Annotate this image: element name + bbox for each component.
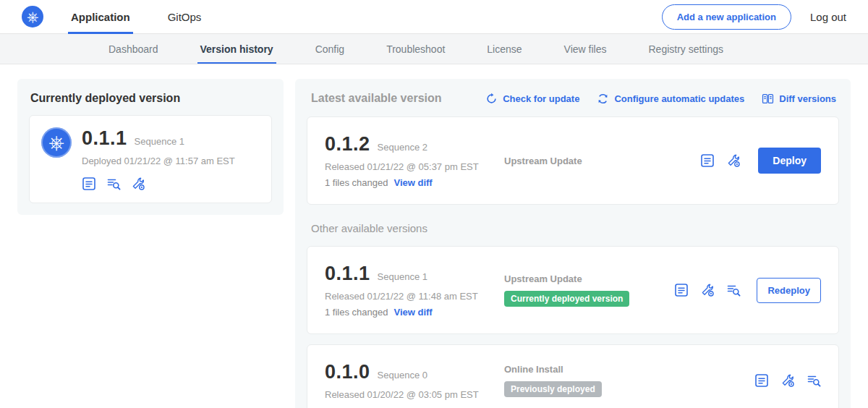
configure-updates-link[interactable]: Configure automatic updates	[597, 93, 744, 105]
deployed-sequence-label: Sequence 1	[135, 136, 184, 147]
logout-link[interactable]: Log out	[810, 11, 846, 23]
top-bar: ⎈ Application GitOps Add a new applicati…	[0, 0, 868, 34]
app-kubernetes-icon: ⎈	[41, 127, 72, 158]
version-info: 0.1.1 Sequence 1 Released 01/21/22 @ 11:…	[325, 263, 504, 318]
tab-application-label: Application	[71, 11, 130, 23]
previously-deployed-badge: Previously deployed	[504, 381, 602, 397]
version-actions: Redeploy	[674, 278, 821, 303]
version-source: Upstream Update Currently deployed versi…	[504, 273, 674, 307]
subnav-item-license[interactable]: License	[487, 34, 522, 64]
tab-gitops-label: GitOps	[168, 11, 202, 23]
diff-icon[interactable]	[807, 373, 821, 388]
view-diff-link[interactable]: View diff	[393, 307, 432, 318]
version-actions	[754, 373, 821, 388]
view-diff-link[interactable]: View diff	[393, 177, 432, 188]
version-number: 0.1.0	[325, 361, 370, 383]
currently-deployed-badge: Currently deployed version	[504, 291, 629, 307]
auto-update-icon	[597, 93, 609, 105]
deployed-panel-title: Currently deployed version	[30, 92, 271, 105]
diff-versions-label: Diff versions	[779, 93, 836, 104]
tab-gitops[interactable]: GitOps	[165, 0, 205, 33]
config-icon[interactable]	[131, 177, 145, 191]
kubernetes-logo-icon: ⎈	[22, 6, 43, 27]
subnav-item-view-files[interactable]: View files	[564, 34, 607, 64]
version-source: Online Install Previously deployed	[504, 364, 754, 397]
deployed-timestamp: Deployed 01/21/22 @ 11:57 am EST	[82, 156, 235, 166]
other-versions-title: Other available versions	[311, 222, 835, 234]
version-card-0-1-0: 0.1.0 Sequence 0 Released 01/20/22 @ 03:…	[307, 344, 839, 408]
release-notes-icon[interactable]	[82, 177, 96, 191]
configure-updates-label: Configure automatic updates	[614, 93, 744, 104]
version-card-latest: 0.1.2 Sequence 2 Released 01/21/22 @ 05:…	[307, 116, 839, 205]
config-icon[interactable]	[780, 373, 795, 388]
subnav-item-dashboard[interactable]: Dashboard	[109, 34, 158, 64]
source-label: Online Install	[504, 364, 563, 375]
available-panel-title: Latest available version	[311, 92, 442, 105]
files-changed-label: 1 files changed	[325, 177, 388, 188]
version-number: 0.1.2	[325, 133, 370, 156]
available-panel-header: Latest available version Check for updat…	[311, 92, 836, 105]
source-label: Upstream Update	[504, 156, 582, 166]
diff-icon[interactable]	[726, 283, 741, 297]
deployed-version-body: 0.1.1 Sequence 1 Deployed 01/21/22 @ 11:…	[82, 127, 235, 191]
deployed-actions	[82, 177, 235, 191]
tab-application[interactable]: Application	[68, 0, 133, 33]
deployed-version-card: ⎈ 0.1.1 Sequence 1 Deployed 01/21/22 @ 1…	[29, 115, 272, 203]
released-timestamp: Released 01/21/22 @ 05:37 pm EST	[325, 161, 504, 172]
sequence-label: Sequence 1	[378, 271, 427, 282]
diff-versions-icon	[762, 93, 774, 105]
deploy-button[interactable]: Deploy	[758, 148, 821, 174]
released-timestamp: Released 01/21/22 @ 11:48 am EST	[325, 291, 504, 302]
topbar-right: Add a new application Log out	[662, 0, 846, 33]
config-icon[interactable]	[700, 283, 715, 297]
currently-deployed-panel: Currently deployed version ⎈ 0.1.1 Seque…	[17, 79, 284, 215]
main-content: Currently deployed version ⎈ 0.1.1 Seque…	[0, 64, 868, 408]
subnav-item-config[interactable]: Config	[315, 34, 344, 64]
version-number: 0.1.1	[325, 263, 370, 285]
redeploy-button[interactable]: Redeploy	[757, 278, 821, 303]
subnav-item-version-history[interactable]: Version history	[200, 34, 273, 64]
version-info: 0.1.0 Sequence 0 Released 01/20/22 @ 03:…	[325, 361, 504, 400]
version-info: 0.1.2 Sequence 2 Released 01/21/22 @ 05:…	[325, 133, 504, 188]
release-notes-icon[interactable]	[754, 373, 769, 388]
sequence-label: Sequence 0	[378, 370, 427, 381]
diff-icon[interactable]	[106, 177, 121, 191]
available-panel-actions: Check for update Configure automatic upd…	[485, 93, 836, 105]
add-application-button[interactable]: Add a new application	[662, 4, 791, 30]
source-label: Upstream Update	[504, 273, 582, 284]
release-notes-icon[interactable]	[700, 153, 715, 168]
version-actions: Deploy	[700, 148, 821, 174]
subnav-item-registry-settings[interactable]: Registry settings	[648, 34, 723, 64]
config-icon[interactable]	[726, 153, 741, 168]
subnav-item-troubleshoot[interactable]: Troubleshoot	[386, 34, 445, 64]
check-for-update-label: Check for update	[503, 93, 579, 104]
app-subnav: Dashboard Version history Config Trouble…	[0, 34, 868, 64]
available-versions-panel: Latest available version Check for updat…	[295, 79, 851, 408]
check-for-update-link[interactable]: Check for update	[485, 93, 579, 105]
version-card-0-1-1: 0.1.1 Sequence 1 Released 01/21/22 @ 11:…	[307, 246, 839, 334]
deployed-version-number: 0.1.1	[82, 127, 127, 150]
released-timestamp: Released 01/20/22 @ 03:05 pm EST	[325, 389, 504, 400]
files-changed-label: 1 files changed	[325, 307, 388, 318]
version-source: Upstream Update	[504, 156, 700, 166]
diff-versions-link[interactable]: Diff versions	[762, 93, 836, 105]
refresh-icon	[485, 93, 498, 105]
sequence-label: Sequence 2	[378, 142, 427, 153]
release-notes-icon[interactable]	[674, 283, 689, 297]
